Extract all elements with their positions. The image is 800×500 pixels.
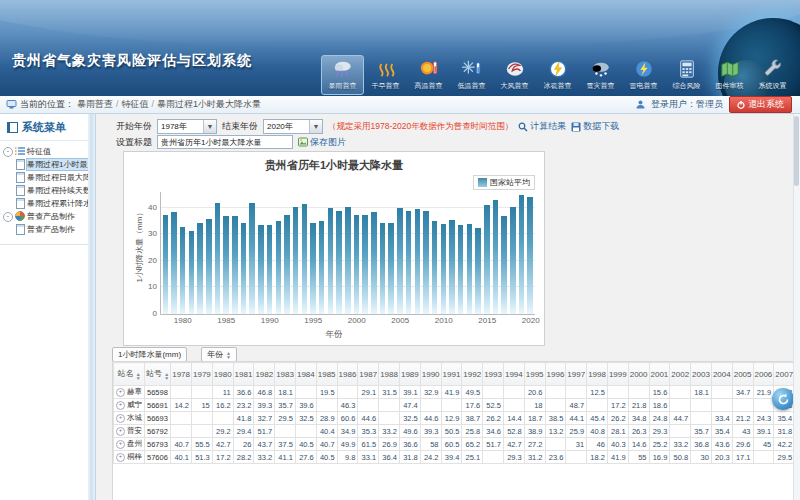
sidebar-item-1[interactable]: 暴雨过程1小时最大降水量 bbox=[3, 158, 88, 171]
value-cell bbox=[316, 399, 337, 412]
year-column-header[interactable]: 2005 bbox=[732, 363, 753, 386]
sidebar-item-0[interactable]: -特征值 bbox=[3, 145, 88, 158]
sort-icon[interactable]: ▲▼ bbox=[164, 372, 169, 380]
year-column-header[interactable]: 1982 bbox=[254, 363, 275, 386]
breadcrumb-bar: 当前的位置： 暴雨普查/特征值/暴雨过程1小时最大降水量 登录用户：管理员 退出… bbox=[0, 96, 800, 114]
bar-1984 bbox=[215, 203, 221, 314]
start-year-select[interactable]: 1978年 ▼ bbox=[157, 119, 217, 134]
chevron-down-icon[interactable]: ▼ bbox=[203, 120, 216, 133]
year-column-header[interactable]: 1991 bbox=[441, 363, 462, 386]
calc-result-button[interactable]: 计算结果 bbox=[518, 120, 566, 133]
year-column-header[interactable]: 2006 bbox=[753, 363, 774, 386]
bar-2014 bbox=[475, 228, 481, 314]
bar-2002 bbox=[371, 212, 377, 314]
year-column-header[interactable]: 1979 bbox=[191, 363, 212, 386]
column-header-站名[interactable]: 站名 ▲▼ bbox=[114, 363, 145, 386]
row-expander-icon[interactable]: + bbox=[116, 401, 125, 410]
year-column-header[interactable]: 2007 bbox=[774, 363, 795, 386]
nav-item-risk[interactable]: 综合风险 bbox=[665, 55, 708, 95]
scrollbar-thumb[interactable] bbox=[794, 116, 799, 186]
row-expander-icon[interactable]: + bbox=[116, 427, 125, 436]
year-column-header[interactable]: 1981 bbox=[233, 363, 254, 386]
chart-legend[interactable]: 国家站平均 bbox=[473, 175, 535, 190]
value-cell: 25.2 bbox=[649, 438, 670, 451]
nav-item-map-review[interactable]: 图件审核 bbox=[708, 55, 751, 95]
logout-button[interactable]: 退出系统 bbox=[729, 96, 792, 113]
column-header-站号[interactable]: 站号 ▲▼ bbox=[145, 363, 171, 386]
breadcrumb-item[interactable]: 特征值 bbox=[122, 99, 149, 109]
year-column-chip[interactable]: 年份 ▲▼ bbox=[201, 347, 237, 362]
value-cell bbox=[545, 438, 566, 451]
save-image-button[interactable]: 保存图片 bbox=[298, 136, 346, 149]
year-column-header[interactable]: 1980 bbox=[212, 363, 233, 386]
value-cell bbox=[587, 399, 608, 412]
year-column-header[interactable]: 1984 bbox=[295, 363, 316, 386]
year-column-header[interactable]: 1992 bbox=[462, 363, 483, 386]
sidebar-item-5[interactable]: -普查产品制作 bbox=[3, 210, 88, 223]
value-cell bbox=[420, 399, 441, 412]
x-axis-label: 年份 bbox=[124, 329, 544, 341]
breadcrumb-item[interactable]: 暴雨普查 bbox=[77, 99, 113, 109]
year-column-header[interactable]: 2002 bbox=[670, 363, 691, 386]
tree-toggle-icon[interactable]: - bbox=[3, 147, 13, 157]
year-column-header[interactable]: 1993 bbox=[483, 363, 504, 386]
year-column-header[interactable]: 1999 bbox=[607, 363, 628, 386]
row-expander-icon[interactable]: + bbox=[116, 388, 125, 397]
data-download-button[interactable]: 数据下载 bbox=[571, 120, 619, 133]
year-column-header[interactable]: 2000 bbox=[628, 363, 649, 386]
refresh-button[interactable] bbox=[772, 388, 794, 410]
year-column-header[interactable]: 1985 bbox=[316, 363, 337, 386]
sidebar-item-3[interactable]: 暴雨过程持续天数 bbox=[3, 184, 88, 197]
year-column-header[interactable]: 1989 bbox=[399, 363, 420, 386]
row-expander-icon[interactable]: + bbox=[116, 414, 125, 423]
nav-item-settings[interactable]: 系统设置 bbox=[751, 55, 794, 95]
value-cell bbox=[441, 399, 462, 412]
year-column-header[interactable]: 1990 bbox=[420, 363, 441, 386]
year-column-header[interactable]: 1997 bbox=[566, 363, 587, 386]
year-column-header[interactable]: 1998 bbox=[587, 363, 608, 386]
page-scrollbar[interactable] bbox=[793, 114, 800, 500]
year-column-header[interactable]: 2003 bbox=[691, 363, 712, 386]
sidebar-splitter[interactable] bbox=[88, 114, 96, 500]
row-expander-icon[interactable]: + bbox=[116, 440, 125, 449]
year-column-header[interactable]: 2004 bbox=[711, 363, 732, 386]
value-cell: 17.6 bbox=[462, 399, 483, 412]
legend-swatch bbox=[478, 178, 487, 187]
chevron-down-icon[interactable]: ▼ bbox=[309, 120, 322, 133]
station-name-cell: +普安 bbox=[114, 425, 145, 438]
nav-item-rainstorm[interactable]: 暴雨普查 bbox=[321, 55, 364, 95]
sidebar-item-6[interactable]: 普查产品制作 bbox=[3, 223, 88, 236]
nav-item-snow[interactable]: 雪灾普查 bbox=[579, 55, 622, 95]
year-column-header[interactable]: 1987 bbox=[358, 363, 379, 386]
end-year-select[interactable]: 2020年 ▼ bbox=[263, 119, 323, 134]
value-cell bbox=[545, 399, 566, 412]
nav-item-cold[interactable]: 低温普查 bbox=[450, 55, 493, 95]
value-cell: 35.3 bbox=[358, 425, 379, 438]
sidebar-item-2[interactable]: 暴雨过程日最大降水量 bbox=[3, 171, 88, 184]
nav-item-hail[interactable]: 冰雹普查 bbox=[536, 55, 579, 95]
nav-item-drought[interactable]: 干旱普查 bbox=[364, 55, 407, 95]
year-column-header[interactable]: 1995 bbox=[524, 363, 545, 386]
sort-icon[interactable]: ▲▼ bbox=[226, 351, 231, 359]
value-cell: 33.2 bbox=[379, 425, 400, 438]
year-column-header[interactable]: 2001 bbox=[649, 363, 670, 386]
year-column-header[interactable]: 1994 bbox=[503, 363, 524, 386]
row-expander-icon[interactable]: + bbox=[116, 453, 125, 462]
value-cell: 35.7 bbox=[691, 425, 712, 438]
nav-item-lightning[interactable]: 雷电普查 bbox=[622, 55, 665, 95]
measure-chip[interactable]: 1小时降水量(mm) bbox=[112, 347, 187, 362]
nav-item-wind[interactable]: 大风普查 bbox=[493, 55, 536, 95]
chart-title-input[interactable] bbox=[157, 135, 293, 149]
sort-icon[interactable]: ▲▼ bbox=[136, 372, 141, 380]
year-column-header[interactable]: 1983 bbox=[275, 363, 296, 386]
nav-item-heat[interactable]: 高温普查 bbox=[407, 55, 450, 95]
sidebar-item-4[interactable]: 暴雨过程累计降水量 bbox=[3, 197, 88, 210]
year-column-header[interactable]: 1996 bbox=[545, 363, 566, 386]
year-column-header[interactable]: 1978 bbox=[171, 363, 192, 386]
tree-toggle-icon[interactable]: - bbox=[3, 212, 13, 222]
year-column-header[interactable]: 1988 bbox=[379, 363, 400, 386]
value-cell: 26.9 bbox=[379, 438, 400, 451]
value-cell: 39.3 bbox=[420, 425, 441, 438]
breadcrumb-item[interactable]: 暴雨过程1小时最大降水量 bbox=[157, 99, 261, 109]
year-column-header[interactable]: 1986 bbox=[337, 363, 358, 386]
